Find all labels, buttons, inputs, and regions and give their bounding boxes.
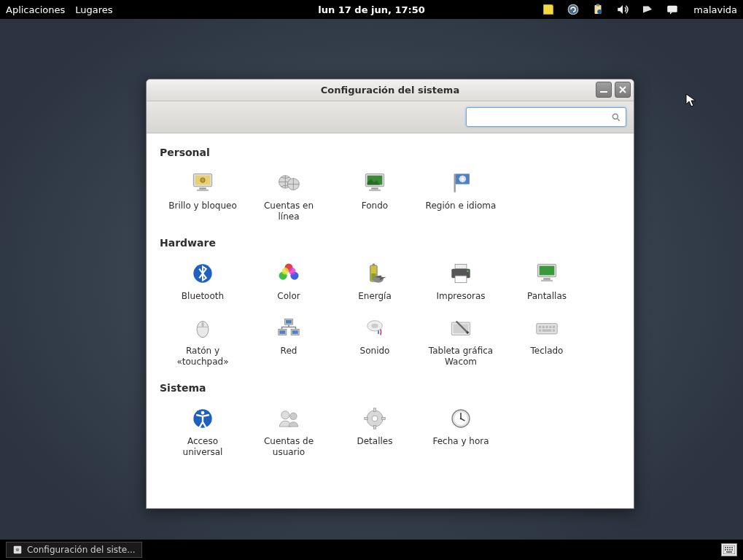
username-menu[interactable]: malavida <box>693 4 737 15</box>
svg-rect-55 <box>545 326 548 328</box>
chat-icon[interactable] <box>666 3 679 16</box>
svg-rect-12 <box>197 190 209 191</box>
titlebar[interactable]: Configuración del sistema <box>147 79 634 101</box>
section-system: Sistema <box>160 382 623 394</box>
minimize-button[interactable] <box>596 82 612 98</box>
speaker-icon <box>360 314 389 343</box>
item-label: Región e idioma <box>426 201 497 211</box>
item-label: Energía <box>358 291 392 302</box>
item-label: Acceso universal <box>166 436 239 458</box>
svg-point-75 <box>16 548 20 552</box>
svg-rect-34 <box>455 276 467 283</box>
svg-rect-60 <box>553 330 555 332</box>
power-item[interactable]: Energía <box>332 256 418 305</box>
item-label: Fondo <box>362 201 388 211</box>
note-icon[interactable] <box>542 3 555 16</box>
region-language-item[interactable]: Región e idioma <box>418 166 504 225</box>
svg-rect-45 <box>292 330 298 334</box>
brightness-lock-item[interactable]: Brillo y bloqueo <box>160 166 246 225</box>
svg-point-27 <box>289 268 296 275</box>
item-label: Ratón y «touchpad» <box>166 346 239 368</box>
bluetooth-icon <box>188 259 217 288</box>
svg-rect-18 <box>369 190 381 191</box>
printer-icon <box>446 259 475 288</box>
svg-rect-79 <box>729 547 731 548</box>
clipboard-icon[interactable] <box>591 3 604 16</box>
section-personal: Personal <box>160 147 623 158</box>
color-item[interactable]: Color <box>246 256 332 305</box>
keyboard-small-icon <box>723 545 735 554</box>
svg-rect-59 <box>542 330 552 332</box>
notification-icon[interactable] <box>641 3 654 16</box>
cursor-icon <box>685 93 697 108</box>
item-label: Pantallas <box>527 291 567 302</box>
date-time-item[interactable]: Fecha y hora <box>418 401 504 461</box>
item-label: Bluetooth <box>182 291 224 302</box>
svg-rect-77 <box>725 547 726 548</box>
keyboard-icon <box>532 314 561 343</box>
svg-rect-54 <box>542 326 545 328</box>
item-label: Cuentas de usuario <box>252 436 325 458</box>
keyboard-indicator[interactable] <box>721 543 737 556</box>
item-label: Sonido <box>360 346 390 357</box>
svg-rect-83 <box>729 549 731 551</box>
mouse-item[interactable]: Ratón y «touchpad» <box>160 311 246 370</box>
search-input[interactable] <box>471 112 607 122</box>
displays-item[interactable]: Pantallas <box>504 256 590 305</box>
printers-item[interactable]: Impresoras <box>418 256 504 305</box>
svg-rect-6 <box>600 91 607 93</box>
svg-rect-78 <box>727 547 728 548</box>
taskbar-app-button[interactable]: Configuración del siste... <box>6 542 142 558</box>
svg-rect-68 <box>373 426 376 429</box>
universal-access-item[interactable]: Acceso universal <box>160 401 246 461</box>
gear-icon <box>360 404 389 433</box>
battery-icon <box>360 259 389 288</box>
top-panel: Aplicaciones Lugares lun 17 de jun, 17:5… <box>0 0 743 19</box>
item-label: Teclado <box>531 346 564 357</box>
svg-rect-5 <box>668 6 678 12</box>
svg-point-10 <box>201 178 205 182</box>
update-icon[interactable] <box>567 3 580 16</box>
display-icon <box>532 259 561 288</box>
user-accounts-item[interactable]: Cuentas de usuario <box>246 401 332 461</box>
background-item[interactable]: Fondo <box>332 166 418 225</box>
close-button[interactable] <box>615 82 631 98</box>
network-item[interactable]: Red <box>246 311 332 370</box>
svg-rect-58 <box>539 330 541 332</box>
svg-rect-52 <box>537 324 558 334</box>
svg-rect-81 <box>725 549 726 551</box>
sound-item[interactable]: Sonido <box>332 311 418 370</box>
search-box[interactable] <box>466 107 626 127</box>
applications-menu[interactable]: Aplicaciones <box>6 4 65 15</box>
places-menu[interactable]: Lugares <box>75 4 112 15</box>
svg-point-63 <box>281 411 289 419</box>
settings-window: Configuración del sistema Personal Brill… <box>146 79 634 509</box>
users-icon <box>274 404 303 433</box>
wacom-item[interactable]: Tableta gráfica Wacom <box>418 311 504 370</box>
search-icon <box>611 112 621 122</box>
bluetooth-item[interactable]: Bluetooth <box>160 256 246 305</box>
clock[interactable]: lun 17 de jun, 17:50 <box>318 4 425 15</box>
wallpaper-icon <box>360 168 389 198</box>
online-accounts-item[interactable]: Cuentas en línea <box>246 166 332 225</box>
svg-rect-37 <box>540 266 555 276</box>
svg-rect-69 <box>365 417 368 419</box>
network-icon <box>274 314 303 343</box>
toolbar <box>147 101 634 133</box>
svg-rect-67 <box>373 408 376 412</box>
svg-rect-19 <box>454 174 456 192</box>
svg-rect-80 <box>731 547 733 548</box>
svg-point-66 <box>372 416 378 421</box>
svg-rect-0 <box>544 4 554 15</box>
section-hardware: Hardware <box>160 237 623 249</box>
volume-icon[interactable] <box>616 3 629 16</box>
details-item[interactable]: Detalles <box>332 401 418 461</box>
item-label: Detalles <box>357 436 393 447</box>
svg-point-4 <box>598 9 602 14</box>
keyboard-item[interactable]: Teclado <box>504 311 590 370</box>
svg-point-1 <box>569 4 579 15</box>
svg-rect-3 <box>596 4 600 7</box>
svg-rect-70 <box>382 417 386 419</box>
svg-rect-56 <box>549 326 551 328</box>
svg-rect-39 <box>541 280 553 281</box>
